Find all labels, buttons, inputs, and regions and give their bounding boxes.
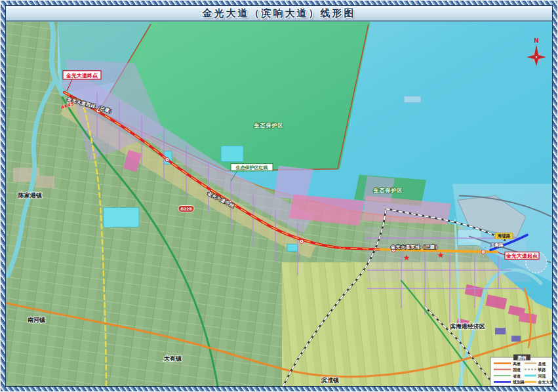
map-canvas: 金光大道终点 金光大道起点 生态保护区红线 生态保护区 生态保护区 (6, 22, 552, 386)
town-nanhe: 南河镇 (28, 317, 45, 323)
svg-text:金光大道起点: 金光大道起点 (506, 253, 538, 259)
town-binhuai: 滨淮镇 (321, 377, 339, 383)
seawall-road-label: 海堤路 (495, 233, 513, 239)
eco-area-name-1: 生态保护区 (254, 123, 284, 128)
yushu-road-label: 玉树路 (490, 243, 504, 248)
legend-label-provincial: 省道 (513, 374, 521, 379)
legend: 图例 高速 国道 省道 规划路 县道 铁路 河流 金光大道 (490, 355, 552, 386)
sheet-inner: 金光大道（滨响大道）线形图 (5, 5, 553, 387)
g228-shield: G228 (178, 205, 194, 212)
legend-label-jinguang: 金光大道 (537, 380, 552, 385)
title-bar: 金光大道（滨响大道）线形图 (6, 6, 552, 22)
svg-text:金光大道终点: 金光大道终点 (66, 73, 98, 79)
legend-label-planned: 规划路 (512, 380, 525, 385)
east-section-label: 金光大道东段（已建） (390, 244, 440, 250)
zone-binhai-port: 滨海港经济区 (449, 323, 485, 330)
legend-label-railway: 铁路 (537, 367, 546, 372)
page-title: 金光大道（滨响大道）线形图 (203, 7, 356, 20)
svg-text:海堤路: 海堤路 (497, 233, 511, 239)
legend-label-river: 河流 (537, 374, 546, 379)
svg-text:生态保护区红线: 生态保护区红线 (235, 165, 268, 170)
town-chenjiagang: 陈家港镇 (18, 192, 42, 199)
legend-label-county: 县道 (537, 361, 546, 366)
sea-annotation-box (404, 96, 421, 103)
svg-text:G228: G228 (180, 206, 191, 211)
eco-area-name-2: 生态保护区 (373, 187, 403, 193)
drawing-sheet: 金光大道（滨响大道）线形图 (0, 0, 558, 392)
town-dayou: 大有镇 (163, 355, 182, 362)
legend-label-expressway: 高速 (513, 361, 521, 366)
map-area: 金光大道终点 金光大道起点 生态保护区红线 生态保护区 生态保护区 (6, 22, 552, 386)
svg-text:N: N (534, 37, 539, 44)
legend-label-national: 国道 (513, 367, 521, 372)
legend-title: 图例 (518, 355, 527, 361)
